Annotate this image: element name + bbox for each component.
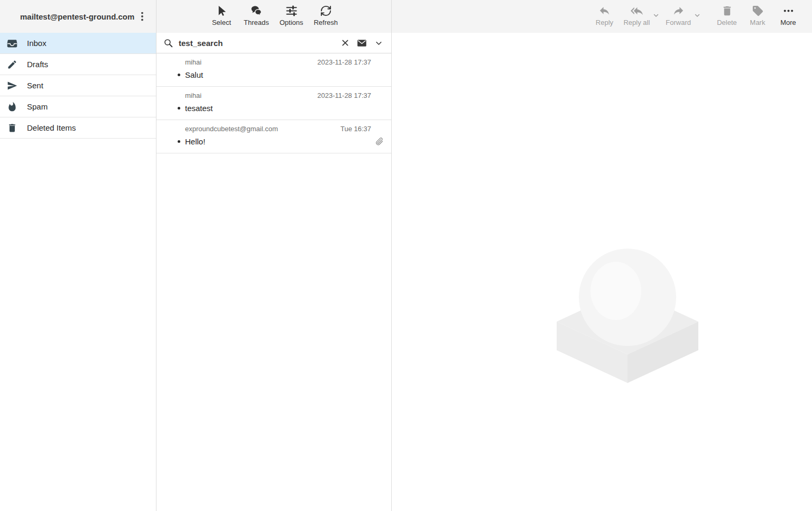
options-button[interactable]: Options — [277, 3, 306, 29]
search-bar — [156, 33, 391, 53]
reply-all-icon — [631, 5, 643, 17]
sidebar-item-drafts[interactable]: Drafts — [0, 54, 156, 75]
forward-icon — [672, 5, 685, 17]
more-label: More — [780, 19, 796, 26]
sidebar: mailtest@pentest-ground.com Inbox Drafts — [0, 0, 156, 511]
message-list-column: Select Threads Options Refresh — [156, 0, 392, 511]
reply-all-dropdown-button[interactable] — [652, 12, 660, 19]
message-date: 2023-11-28 17:37 — [317, 92, 371, 99]
message-row[interactable]: mihai 2023-11-28 17:37 tesatest — [156, 87, 391, 120]
message-sender: exproundcubetest@gmail.com — [185, 125, 278, 133]
search-input[interactable] — [179, 39, 335, 48]
message-date: 2023-11-28 17:37 — [317, 58, 371, 66]
trash-icon — [721, 5, 733, 17]
sidebar-item-spam[interactable]: Spam — [0, 96, 156, 117]
close-icon — [341, 39, 349, 47]
folder-label: Sent — [27, 81, 43, 90]
refresh-icon — [320, 5, 332, 17]
chevron-down-icon — [374, 39, 383, 48]
kebab-menu-icon — [136, 11, 148, 22]
list-toolbar: Select Threads Options Refresh — [156, 0, 391, 33]
pencil-icon — [7, 59, 17, 70]
reply-all-button[interactable]: Reply all — [621, 3, 652, 29]
account-email: mailtest@pentest-ground.com — [20, 12, 134, 21]
select-label: Select — [212, 19, 231, 26]
forward-dropdown-button[interactable] — [694, 12, 701, 19]
clear-search-button[interactable] — [340, 38, 350, 48]
message-sender: mihai — [185, 92, 201, 99]
message-row[interactable]: exproundcubetest@gmail.com Tue 16:37 Hel… — [156, 120, 391, 153]
threads-icon — [250, 5, 262, 17]
message-row[interactable]: mihai 2023-11-28 17:37 Salut — [156, 53, 391, 87]
message-content-pane: Reply Reply all Forward — [392, 0, 812, 511]
options-label: Options — [280, 19, 303, 26]
threads-button[interactable]: Threads — [241, 3, 272, 29]
forward-label: Forward — [666, 19, 691, 26]
flame-icon — [7, 102, 17, 112]
unread-dot — [178, 107, 180, 110]
message-subject: tesatest — [185, 104, 213, 113]
mark-label: Mark — [750, 19, 765, 26]
sliders-icon — [285, 5, 298, 17]
folder-list: Inbox Drafts Sent Spam — [0, 33, 156, 139]
folder-label: Deleted Items — [27, 123, 76, 132]
trash-icon — [7, 123, 17, 133]
roundcube-logo-watermark — [557, 242, 698, 383]
folder-label: Inbox — [27, 39, 47, 48]
forward-button[interactable]: Forward — [663, 3, 694, 29]
chevron-down-icon — [652, 12, 660, 19]
more-button[interactable]: More — [774, 3, 802, 29]
mail-toolbar: Reply Reply all Forward — [392, 0, 812, 33]
chevron-down-icon — [694, 12, 701, 19]
message-subject: Salut — [185, 70, 203, 79]
more-dots-icon — [782, 5, 795, 17]
select-button[interactable]: Select — [207, 3, 236, 29]
unread-dot — [178, 140, 180, 143]
message-list: mihai 2023-11-28 17:37 Salut mihai 2023-… — [156, 53, 391, 511]
search-icon — [163, 38, 173, 48]
attachment-paperclip-icon — [375, 137, 384, 146]
reply-button[interactable]: Reply — [590, 3, 619, 29]
account-bar: mailtest@pentest-ground.com — [0, 0, 156, 33]
cursor-select-icon — [215, 5, 227, 17]
sidebar-item-deleted-items[interactable]: Deleted Items — [0, 117, 156, 139]
threads-label: Threads — [244, 19, 269, 26]
tag-icon — [752, 5, 764, 17]
folder-label: Spam — [27, 102, 48, 111]
reply-icon — [598, 5, 611, 17]
reply-label: Reply — [596, 19, 613, 26]
account-menu-button[interactable] — [135, 9, 150, 24]
delete-label: Delete — [717, 19, 737, 26]
paper-plane-icon — [7, 80, 17, 91]
search-scope-button[interactable] — [356, 37, 368, 49]
reply-all-label: Reply all — [623, 19, 650, 26]
message-subject: Hello! — [185, 137, 205, 146]
envelope-icon — [357, 38, 367, 48]
unread-dot — [178, 74, 180, 76]
inbox-icon — [7, 38, 17, 49]
message-sender: mihai — [185, 58, 201, 66]
message-date: Tue 16:37 — [340, 125, 371, 133]
sidebar-item-sent[interactable]: Sent — [0, 75, 156, 96]
sidebar-item-inbox[interactable]: Inbox — [0, 33, 156, 54]
mark-button[interactable]: Mark — [743, 3, 772, 29]
refresh-label: Refresh — [313, 19, 338, 26]
webmail-app: mailtest@pentest-ground.com Inbox Drafts — [0, 0, 812, 511]
search-options-button[interactable] — [373, 38, 384, 49]
delete-button[interactable]: Delete — [713, 3, 741, 29]
refresh-button[interactable]: Refresh — [311, 3, 340, 29]
folder-label: Drafts — [27, 60, 48, 69]
